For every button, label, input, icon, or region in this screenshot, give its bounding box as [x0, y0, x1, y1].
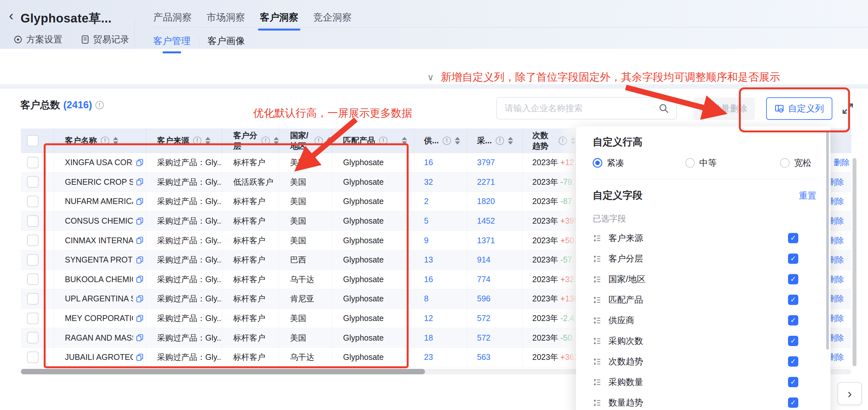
copy-icon[interactable]	[135, 333, 144, 342]
column-header[interactable]: 客户来源	[146, 128, 222, 153]
purchases-count-link[interactable]: 2271	[477, 177, 495, 187]
delete-link[interactable]: 删除	[834, 157, 850, 168]
purchases-count-link[interactable]: 596	[477, 294, 491, 303]
row-checkbox[interactable]	[27, 176, 38, 188]
info-icon[interactable]	[379, 137, 388, 145]
suppliers-count-link[interactable]: 18	[424, 333, 433, 343]
copy-icon[interactable]	[135, 314, 144, 323]
suppliers-count-link[interactable]: 8	[424, 294, 429, 303]
sort-icon[interactable]	[455, 137, 460, 145]
purchases-count-link[interactable]: 563	[477, 352, 491, 362]
row-checkbox[interactable]	[27, 273, 38, 285]
row-checkbox[interactable]	[27, 215, 38, 227]
delete-link[interactable]: 删除	[831, 352, 844, 362]
copy-icon[interactable]	[135, 275, 144, 284]
drag-handle-icon[interactable]	[593, 337, 601, 345]
row-height-option[interactable]: 中等	[685, 157, 717, 169]
customer-name[interactable]: MEY CORPORATION	[65, 314, 133, 323]
field-checkbox[interactable]	[788, 274, 798, 284]
customer-name[interactable]: BUKOOLA CHEMICA	[65, 275, 133, 284]
sort-icon[interactable]	[508, 137, 513, 145]
sort-icon[interactable]	[327, 137, 332, 145]
suppliers-count-link[interactable]: 16	[424, 158, 433, 167]
customer-name[interactable]: JUBAILI AGROTEC LI	[65, 352, 133, 362]
info-icon[interactable]	[193, 137, 202, 145]
purchases-count-link[interactable]: 1371	[477, 236, 495, 245]
purchases-count-link[interactable]: 1820	[477, 197, 495, 206]
field-checkbox[interactable]	[788, 356, 798, 367]
purchases-count-link[interactable]: 572	[477, 333, 491, 343]
panel-scrollbar[interactable]	[826, 132, 829, 350]
drag-handle-icon[interactable]	[593, 316, 601, 325]
sort-icon[interactable]	[402, 137, 407, 145]
delete-link[interactable]: 删除	[831, 235, 844, 246]
suppliers-count-link[interactable]: 32	[424, 177, 433, 187]
select-all-checkbox[interactable]	[27, 135, 38, 147]
purchases-count-link[interactable]: 572	[477, 314, 491, 323]
drag-handle-icon[interactable]	[593, 399, 601, 407]
purchases-count-link[interactable]: 774	[477, 275, 491, 284]
next-page-button[interactable]: ›	[837, 382, 862, 405]
suppliers-count-link[interactable]: 13	[424, 255, 433, 264]
field-checkbox[interactable]	[788, 336, 798, 346]
purchases-count-link[interactable]: 3797	[477, 158, 495, 167]
copy-icon[interactable]	[135, 178, 144, 186]
search-icon[interactable]	[658, 103, 669, 114]
drag-handle-icon[interactable]	[593, 378, 601, 386]
vertical-scrollbar[interactable]	[852, 158, 857, 366]
row-checkbox[interactable]	[27, 235, 38, 246]
row-checkbox[interactable]	[27, 196, 38, 207]
sort-icon[interactable]	[274, 137, 279, 145]
copy-icon[interactable]	[135, 197, 144, 206]
copy-icon[interactable]	[135, 256, 144, 264]
copy-icon[interactable]	[135, 217, 144, 225]
info-icon[interactable]	[261, 137, 270, 145]
row-height-option[interactable]: 宽松	[780, 157, 811, 169]
purchases-count-link[interactable]: 1452	[477, 216, 495, 226]
row-height-option[interactable]: 紧凑	[593, 157, 624, 169]
customer-name[interactable]: CONSUS CHEMICAL	[65, 216, 133, 226]
customer-name[interactable]: UPL ARGENTINA S.	[65, 294, 133, 303]
delete-link[interactable]: 删除	[831, 313, 844, 324]
customize-columns-button[interactable]: 自定义列	[766, 97, 832, 120]
copy-icon[interactable]	[135, 236, 144, 244]
quick-link-scheme-settings[interactable]: 方案设置	[13, 33, 62, 46]
row-checkbox[interactable]	[27, 157, 38, 168]
row-checkbox[interactable]	[27, 313, 38, 324]
delete-link[interactable]: 删除	[831, 255, 844, 265]
drag-handle-icon[interactable]	[593, 275, 601, 284]
delete-link[interactable]: 删除	[831, 215, 844, 226]
info-icon[interactable]	[95, 101, 104, 109]
drag-handle-icon[interactable]	[593, 255, 601, 263]
customer-name[interactable]: NUFARM AMERICAS,	[65, 197, 133, 206]
delete-link[interactable]: 删除	[831, 332, 844, 343]
chevron-down-icon[interactable]: ∨	[427, 72, 434, 83]
quick-link-trade-records[interactable]: 贸易记录	[81, 33, 129, 46]
drag-handle-icon[interactable]	[593, 234, 601, 242]
horizontal-scrollbar-thumb[interactable]	[21, 369, 425, 374]
customer-name[interactable]: RAGAN AND MASSE	[65, 333, 133, 343]
field-checkbox[interactable]	[788, 398, 798, 408]
customer-name[interactable]: XINGFA USA CORPO	[65, 158, 133, 167]
delete-link[interactable]: 删除	[831, 293, 844, 304]
row-checkbox[interactable]	[27, 332, 38, 344]
delete-link[interactable]: 删除	[831, 177, 844, 187]
column-header[interactable]: 供...	[414, 128, 467, 153]
copy-icon[interactable]	[135, 158, 144, 167]
column-header[interactable]: 客户分层	[222, 128, 279, 153]
suppliers-count-link[interactable]: 9	[424, 236, 429, 245]
purchases-count-link[interactable]: 914	[477, 255, 491, 264]
field-checkbox[interactable]	[788, 254, 798, 264]
field-checkbox[interactable]	[788, 233, 798, 243]
sub-tab[interactable]: 客户管理	[153, 35, 190, 54]
suppliers-count-link[interactable]: 23	[424, 352, 433, 362]
column-header[interactable]: 采...	[467, 128, 523, 153]
field-checkbox[interactable]	[788, 377, 798, 387]
row-checkbox[interactable]	[27, 293, 38, 304]
batch-delete-button[interactable]: 批量删除	[693, 97, 755, 120]
reset-button[interactable]: 重置	[799, 190, 816, 202]
field-checkbox[interactable]	[788, 315, 798, 325]
delete-link[interactable]: 删除	[831, 196, 844, 207]
delete-link[interactable]: 删除	[831, 274, 844, 285]
suppliers-count-link[interactable]: 2	[424, 197, 429, 206]
